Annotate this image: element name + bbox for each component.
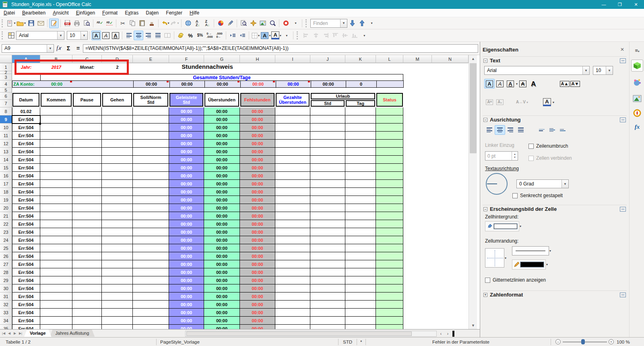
cell-E28[interactable] xyxy=(133,268,169,276)
cell-J34[interactable] xyxy=(310,317,345,325)
cell-F34[interactable]: 00:00 xyxy=(169,317,204,325)
cell-G26[interactable]: 00:00 xyxy=(204,252,240,260)
cell-D21[interactable] xyxy=(102,212,133,220)
column-header-L[interactable]: L xyxy=(376,55,403,63)
cell-F30[interactable]: 00:00 xyxy=(169,284,204,292)
cell-C14[interactable] xyxy=(72,156,102,164)
cell-K18[interactable] xyxy=(345,188,376,196)
cell-D18[interactable] xyxy=(102,188,133,196)
cell-B1[interactable]: 2017 xyxy=(40,63,72,71)
font-size-combobox[interactable]: 10▼ xyxy=(67,31,88,40)
horizontal-scrollbar[interactable] xyxy=(185,331,437,337)
cell-A1[interactable]: Jahr: xyxy=(12,63,40,71)
cell-A33[interactable]: Err:504 xyxy=(12,309,40,317)
cell-D14[interactable] xyxy=(102,156,133,164)
summary-title-cell[interactable]: Gesammte Stunden/Tage xyxy=(40,74,403,81)
cell-F31[interactable]: 00:00 xyxy=(169,292,204,301)
cell-C33[interactable] xyxy=(72,309,102,317)
insert-chart-button[interactable] xyxy=(216,19,225,28)
number-format-percent-button[interactable]: % xyxy=(186,31,195,40)
cell-F15[interactable]: 00:00 xyxy=(169,164,204,172)
window-split-handle[interactable] xyxy=(452,331,454,337)
scroll-left-arrow[interactable]: ‹ xyxy=(438,331,444,337)
cell-A4[interactable]: ZA Konto: xyxy=(13,81,40,87)
cell-D19[interactable] xyxy=(102,196,133,204)
header-status[interactable]: Status xyxy=(376,93,403,107)
cell-A23[interactable]: Err:504 xyxy=(12,228,40,236)
cell-H32[interactable]: 00:00 xyxy=(240,301,275,309)
cell-F13[interactable]: 00:00 xyxy=(169,148,204,156)
cell-H17[interactable]: 00:00 xyxy=(240,180,275,188)
alignment-dialog-launcher-icon[interactable]: ▪▪▪ xyxy=(620,117,626,122)
cell-B26[interactable] xyxy=(40,252,72,260)
cell-A27[interactable]: Err:504 xyxy=(12,260,40,268)
object-align-right-button[interactable] xyxy=(321,31,330,40)
cell-K20[interactable] xyxy=(345,204,376,212)
sidebar-navigator-icon[interactable] xyxy=(631,107,643,119)
find-replace-button[interactable] xyxy=(239,19,248,28)
cell-F20[interactable]: 00:00 xyxy=(169,204,204,212)
zoom-button[interactable] xyxy=(268,19,277,28)
cell-B10[interactable] xyxy=(40,124,72,132)
delete-decimal-place-button[interactable]: .0000← xyxy=(215,31,224,40)
cell-B31[interactable] xyxy=(40,292,72,301)
sidebar-styles-icon[interactable] xyxy=(631,76,643,89)
cell-L20[interactable] xyxy=(376,204,403,212)
find-toolbar-grip[interactable] xyxy=(305,19,308,27)
sidebar-properties-icon[interactable] xyxy=(631,60,643,72)
collapse-icon[interactable]: − xyxy=(483,207,487,211)
cell-C28[interactable] xyxy=(72,268,102,276)
cell-C22[interactable] xyxy=(72,220,102,228)
header-gehen[interactable]: Gehen xyxy=(102,93,132,107)
cell-E24[interactable] xyxy=(133,236,169,244)
cell-I25[interactable] xyxy=(275,244,310,252)
sidebar-close-icon[interactable]: ✕ xyxy=(618,46,627,53)
header-geleistete-std[interactable]: Geleistete Std xyxy=(169,93,203,107)
new-document-button[interactable]: ▾ xyxy=(6,19,16,28)
next-sheet-button[interactable]: ▶ xyxy=(12,330,18,336)
cell-L28[interactable] xyxy=(376,268,403,276)
sort-descending-button[interactable]: Z̲A↓ xyxy=(202,19,212,28)
cell-C35[interactable] xyxy=(72,325,102,329)
cell-E15[interactable] xyxy=(133,164,169,172)
object-align-bottom-button[interactable] xyxy=(350,31,359,40)
cell-L24[interactable] xyxy=(376,236,403,244)
align-center-button[interactable] xyxy=(134,31,143,40)
zoom-slider-thumb[interactable] xyxy=(581,339,585,344)
cell-D22[interactable] xyxy=(102,220,133,228)
cell-H28[interactable]: 00:00 xyxy=(240,268,275,276)
line-style-dropdown-arrow[interactable]: ▾ xyxy=(549,249,551,253)
cell-G29[interactable]: 00:00 xyxy=(204,276,240,284)
wrap-text-checkbox[interactable]: Zeilenumbruch xyxy=(528,143,568,149)
subscript-button[interactable]: A₁ xyxy=(495,97,505,107)
cell-G21[interactable]: 00:00 xyxy=(204,212,240,220)
sidebar-align-center-button[interactable] xyxy=(495,125,505,135)
cell-F19[interactable]: 00:00 xyxy=(169,196,204,204)
export-pdf-button[interactable]: PDF xyxy=(62,19,72,28)
cell-G10[interactable]: 00:00 xyxy=(204,124,240,132)
cell-E12[interactable] xyxy=(133,140,169,148)
superscript-button[interactable]: Aᴴ xyxy=(484,97,495,107)
cell-B13[interactable] xyxy=(40,148,72,156)
cell-I31[interactable] xyxy=(275,292,310,301)
align-vcenter-button[interactable] xyxy=(547,125,557,135)
border-line-style-combobox[interactable] xyxy=(512,246,549,255)
cell-F18[interactable]: 00:00 xyxy=(169,188,204,196)
cell-G28[interactable]: 00:00 xyxy=(204,268,240,276)
select-all-corner[interactable] xyxy=(0,55,12,63)
cell-A31[interactable]: Err:504 xyxy=(12,292,40,301)
row-header-6[interactable]: 6 xyxy=(0,93,12,100)
menu-format[interactable]: Format xyxy=(99,9,121,16)
align-right-button[interactable] xyxy=(143,31,153,40)
cell-E9[interactable] xyxy=(133,115,169,124)
cell-D30[interactable] xyxy=(102,284,133,292)
sidebar-underline-button[interactable]: A xyxy=(505,79,516,89)
cell-E35[interactable] xyxy=(133,325,169,329)
cell-J23[interactable] xyxy=(310,228,345,236)
cell-K10[interactable] xyxy=(345,124,376,132)
close-button[interactable]: ✕ xyxy=(628,0,644,9)
cell-I27[interactable] xyxy=(275,260,310,268)
formatting-toolbar-options-button[interactable]: ▾ xyxy=(282,31,291,40)
cell-K34[interactable] xyxy=(345,317,376,325)
cell-G31[interactable]: 00:00 xyxy=(204,292,240,301)
